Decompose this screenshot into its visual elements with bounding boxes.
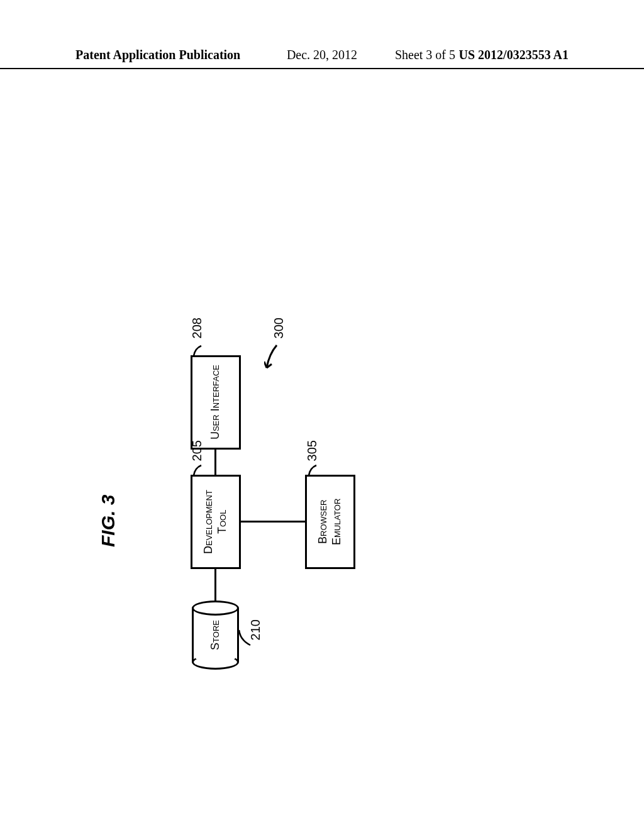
- browser-emulator-block: Browser Emulator: [305, 475, 355, 569]
- ref-305: 305: [305, 440, 319, 461]
- figure-diagram: User Interface 208 Development Tool 205 …: [0, 0, 644, 830]
- lead-305: [308, 464, 320, 477]
- lead-300-arrow: [264, 343, 289, 374]
- connector-ui-dev: [214, 450, 216, 475]
- browser-emulator-label: Browser Emulator: [316, 477, 343, 567]
- user-interface-label: User Interface: [209, 365, 223, 440]
- development-tool-label: Development Tool: [202, 477, 229, 567]
- lead-205: [192, 464, 205, 477]
- store-block: Store: [192, 600, 239, 670]
- connector-dev-store: [214, 569, 216, 602]
- store-label: Store: [209, 620, 222, 650]
- ref-208: 208: [190, 318, 204, 338]
- ref-205: 205: [190, 440, 204, 461]
- user-interface-block: User Interface: [191, 355, 241, 450]
- development-tool-block: Development Tool: [191, 475, 241, 569]
- ref-300: 300: [272, 318, 286, 338]
- connector-dev-be: [241, 521, 305, 523]
- lead-208: [192, 345, 205, 357]
- lead-210: [238, 629, 253, 648]
